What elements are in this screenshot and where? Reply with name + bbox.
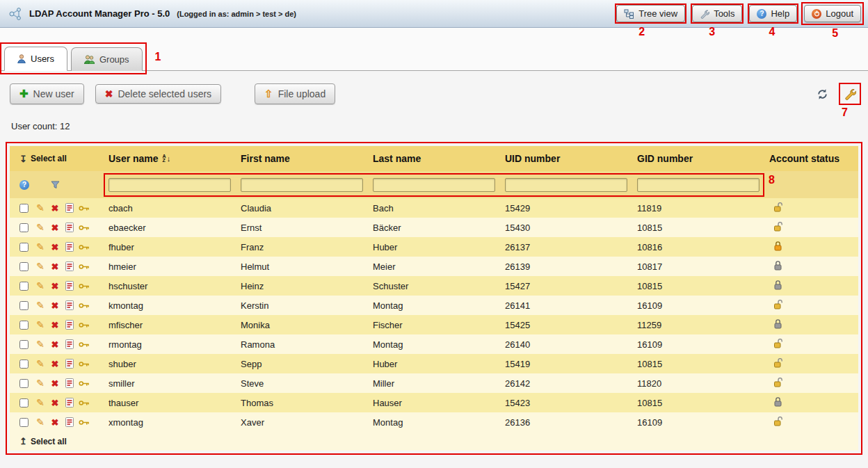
filter-lastname-input[interactable] — [373, 178, 495, 192]
row-checkbox[interactable] — [19, 321, 29, 330]
row-checkbox[interactable] — [19, 398, 29, 408]
pdf-export-icon[interactable] — [64, 261, 75, 271]
row-checkbox[interactable] — [19, 301, 29, 310]
tab-users[interactable]: Users — [4, 47, 67, 71]
table-row[interactable]: ✎✖fhuberFranzHuber2613710816 — [10, 237, 858, 257]
edit-icon[interactable]: ✎ — [35, 319, 46, 330]
new-user-button[interactable]: ✚ New user — [10, 83, 84, 104]
row-checkbox[interactable] — [19, 418, 29, 427]
pdf-export-icon[interactable] — [64, 339, 75, 349]
edit-icon[interactable]: ✎ — [35, 202, 46, 213]
row-checkbox[interactable] — [19, 243, 29, 252]
filter-username-input[interactable] — [108, 178, 231, 192]
settings-wrench-icon[interactable] — [842, 86, 858, 102]
delete-icon[interactable]: ✖ — [49, 359, 61, 369]
password-key-icon[interactable] — [79, 321, 90, 329]
edit-icon[interactable]: ✎ — [35, 339, 46, 350]
password-key-icon[interactable] — [79, 282, 90, 290]
column-header-firstname[interactable]: First name — [239, 153, 371, 164]
row-checkbox[interactable] — [19, 340, 29, 349]
delete-icon[interactable]: ✖ — [49, 281, 61, 291]
select-all-bottom[interactable]: ↥ Select all — [19, 436, 67, 446]
delete-icon[interactable]: ✖ — [49, 223, 61, 233]
refresh-icon[interactable] — [814, 86, 830, 102]
delete-icon[interactable]: ✖ — [49, 417, 61, 428]
row-checkbox[interactable] — [19, 360, 29, 369]
pdf-export-icon[interactable] — [64, 242, 75, 252]
pdf-export-icon[interactable] — [64, 203, 75, 213]
delete-icon[interactable]: ✖ — [49, 300, 61, 311]
password-key-icon[interactable] — [79, 263, 90, 271]
help-button[interactable]: ? Help — [749, 5, 797, 22]
edit-icon[interactable]: ✎ — [35, 378, 46, 389]
table-row[interactable]: ✎✖mfischerMonikaFischer1542511259 — [10, 315, 858, 334]
tree-view-button[interactable]: Tree view — [616, 5, 685, 22]
password-key-icon[interactable] — [79, 243, 90, 251]
password-key-icon[interactable] — [79, 204, 90, 212]
pdf-export-icon[interactable] — [64, 320, 75, 330]
row-checkbox[interactable] — [19, 282, 29, 291]
file-upload-button[interactable]: ⇧ File upload — [255, 83, 335, 104]
password-key-icon[interactable] — [79, 224, 90, 232]
table-row[interactable]: ✎✖hmeierHelmutMeier2613910817 — [10, 257, 858, 276]
pdf-export-icon[interactable] — [64, 378, 75, 388]
table-row[interactable]: ✎✖kmontagKerstinMontag2614116109 — [10, 296, 858, 315]
tools-button[interactable]: Tools — [692, 5, 742, 22]
delete-icon[interactable]: ✖ — [49, 320, 61, 330]
password-key-icon[interactable] — [79, 341, 90, 348]
row-checkbox[interactable] — [19, 223, 29, 232]
help-icon[interactable]: ? — [19, 180, 29, 190]
delete-icon[interactable]: ✖ — [49, 203, 61, 213]
pdf-export-icon[interactable] — [64, 281, 75, 291]
edit-icon[interactable]: ✎ — [35, 241, 46, 252]
column-header-lastname[interactable]: Last name — [371, 153, 504, 164]
password-key-icon[interactable] — [79, 419, 90, 426]
table-row[interactable]: ✎✖xmontagXaverMontag2613616109 — [10, 412, 858, 432]
filter-funnel-icon[interactable] — [51, 181, 60, 189]
delete-icon[interactable]: ✖ — [49, 398, 61, 408]
filter-uid-input[interactable] — [505, 178, 627, 192]
password-key-icon[interactable] — [79, 380, 90, 387]
row-checkbox[interactable] — [19, 379, 29, 388]
delete-selected-users-button[interactable]: ✖ Delete selected users — [95, 84, 221, 104]
table-row[interactable]: ✎✖smillerSteveMiller2614211820 — [10, 373, 858, 393]
table-row[interactable]: ✎✖shuberSeppHuber1541910815 — [10, 354, 858, 373]
table-row[interactable]: ✎✖hschusterHeinzSchuster1542710815 — [10, 276, 858, 296]
delete-icon[interactable]: ✖ — [49, 378, 61, 389]
password-key-icon[interactable] — [79, 399, 90, 407]
edit-icon[interactable]: ✎ — [35, 417, 46, 428]
password-key-icon[interactable] — [79, 302, 90, 309]
logout-button[interactable]: Logout — [804, 5, 861, 22]
pdf-export-icon[interactable] — [64, 359, 75, 369]
edit-icon[interactable]: ✎ — [35, 280, 46, 291]
edit-icon[interactable]: ✎ — [35, 358, 46, 369]
edit-icon[interactable]: ✎ — [35, 397, 46, 408]
table-row[interactable]: ✎✖cbachClaudiaBach1542911819 — [10, 198, 858, 218]
table-row[interactable]: ✎✖ebaeckerErnstBäcker1543010815 — [10, 218, 858, 237]
column-header-uid[interactable]: UID number — [504, 153, 636, 164]
table-row[interactable]: ✎✖thauserThomasHauser1542310815 — [10, 393, 858, 412]
pdf-export-icon[interactable] — [64, 417, 75, 427]
column-header-username[interactable]: User name AZ↓ — [107, 153, 239, 164]
filter-firstname-input[interactable] — [241, 178, 363, 192]
column-header-gid[interactable]: GID number — [636, 153, 768, 164]
row-checkbox[interactable] — [19, 262, 29, 271]
select-all-top[interactable]: ↧ Select all — [19, 154, 67, 164]
pdf-export-icon[interactable] — [64, 300, 75, 310]
edit-icon[interactable]: ✎ — [35, 261, 46, 272]
edit-icon[interactable]: ✎ — [35, 300, 46, 311]
edit-icon[interactable]: ✎ — [35, 222, 46, 233]
password-key-icon[interactable] — [79, 360, 90, 368]
column-header-status[interactable]: Account status — [768, 153, 858, 164]
delete-icon[interactable]: ✖ — [49, 339, 61, 350]
delete-icon[interactable]: ✖ — [49, 261, 61, 272]
table-row[interactable]: ✎✖rmontagRamonaMontag2614016109 — [10, 334, 858, 354]
pdf-export-icon[interactable] — [64, 398, 75, 408]
pdf-export-icon[interactable] — [64, 223, 75, 232]
delete-icon[interactable]: ✖ — [49, 242, 61, 252]
sort-icon[interactable]: AZ↓ — [163, 154, 171, 163]
filter-gid-input[interactable] — [637, 178, 760, 192]
tab-groups[interactable]: Groups — [71, 47, 143, 71]
status-cell — [768, 378, 858, 389]
row-checkbox[interactable] — [19, 204, 29, 213]
